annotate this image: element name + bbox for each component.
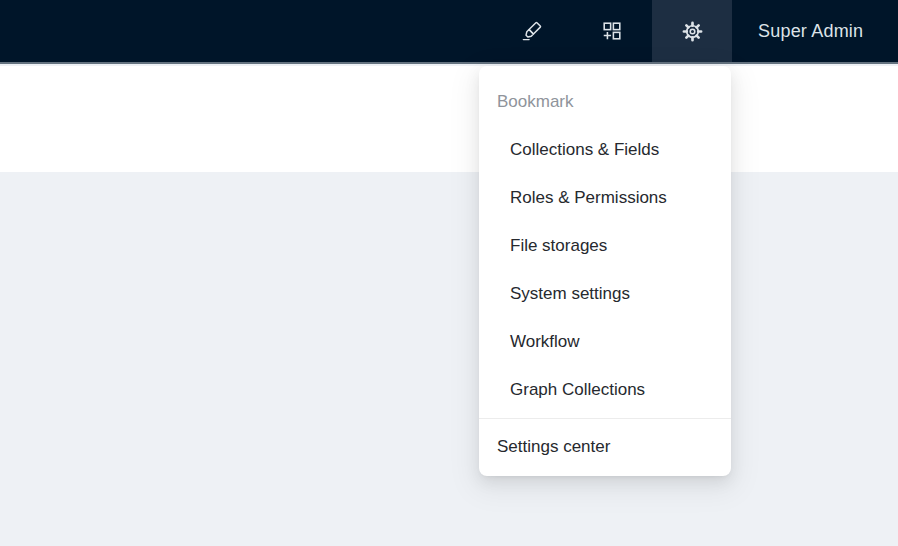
app-header: Super Admin bbox=[0, 0, 898, 64]
menu-item-collections-fields[interactable]: Collections & Fields bbox=[479, 130, 731, 170]
appstore-add-icon bbox=[601, 20, 623, 42]
menu-item-graph-collections[interactable]: Graph Collections bbox=[479, 370, 731, 410]
menu-item-settings-center[interactable]: Settings center bbox=[479, 427, 731, 467]
page-header-area bbox=[0, 66, 898, 172]
page-content-area bbox=[0, 172, 898, 546]
menu-item-roles-permissions[interactable]: Roles & Permissions bbox=[479, 178, 731, 218]
current-user-button[interactable]: Super Admin bbox=[732, 0, 898, 62]
settings-gear-icon bbox=[681, 20, 704, 43]
ui-editor-button[interactable] bbox=[492, 0, 572, 62]
plugin-manager-button[interactable] bbox=[572, 0, 652, 62]
menu-item-file-storages[interactable]: File storages bbox=[479, 226, 731, 266]
highlight-icon bbox=[521, 20, 543, 42]
menu-group-label-bookmark: Bookmark bbox=[479, 82, 731, 122]
menu-item-workflow[interactable]: Workflow bbox=[479, 322, 731, 362]
settings-dropdown-menu: Bookmark Collections & Fields Roles & Pe… bbox=[479, 66, 731, 476]
current-user-label: Super Admin bbox=[758, 21, 863, 42]
settings-menu-button[interactable] bbox=[652, 0, 732, 62]
menu-item-system-settings[interactable]: System settings bbox=[479, 274, 731, 314]
menu-divider bbox=[479, 418, 731, 419]
